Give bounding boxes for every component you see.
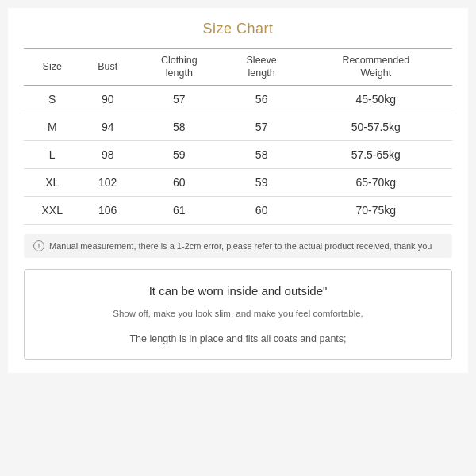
table-row: XXL106616070-75kg [24,196,452,224]
cell-bust: 106 [80,196,134,224]
note-box: ! Manual measurement, there is a 1-2cm e… [24,234,452,258]
table-header-row: Size Bust Clothinglength Sleevelength Re… [24,49,452,86]
cell-weight: 70-75kg [300,196,452,224]
cell-bust: 94 [80,113,134,140]
cell-bust: 102 [80,168,134,196]
cell-size: S [24,85,80,113]
table-row: M94585750-57.5kg [24,113,452,140]
cell-clothing_length: 57 [135,85,224,113]
cell-sleeve_length: 57 [224,113,300,140]
page-wrapper: Size Chart Size Bust Clothinglength Slee… [8,8,468,373]
info-subtext: Show off, make you look slim, and make y… [48,307,428,321]
cell-clothing_length: 59 [135,140,224,168]
cell-size: XXL [24,196,80,224]
cell-sleeve_length: 56 [224,85,300,113]
info-detail: The length is in place and fits all coat… [48,332,428,347]
cell-weight: 50-57.5kg [300,113,452,140]
cell-clothing_length: 60 [135,168,224,196]
cell-clothing_length: 61 [135,196,224,224]
cell-weight: 65-70kg [300,168,452,196]
cell-size: L [24,140,80,168]
cell-size: M [24,113,80,140]
table-row: XL102605965-70kg [24,168,452,196]
cell-bust: 90 [80,85,134,113]
col-header-bust: Bust [80,49,134,86]
table-row: S90575645-50kg [24,85,452,113]
col-header-recommended-weight: RecommendedWeight [300,49,452,86]
cell-weight: 57.5-65kg [300,140,452,168]
cell-clothing_length: 58 [135,113,224,140]
col-header-size: Size [24,49,80,86]
cell-bust: 98 [80,140,134,168]
col-header-sleeve-length: Sleevelength [224,49,300,86]
col-header-clothing-length: Clothinglength [135,49,224,86]
size-chart-table: Size Bust Clothinglength Sleevelength Re… [24,48,452,225]
info-headline: It can be worn inside and outside" [48,284,428,298]
info-box: It can be worn inside and outside" Show … [24,269,452,360]
note-text: Manual measurement, there is a 1-2cm err… [49,241,432,251]
cell-sleeve_length: 58 [224,140,300,168]
cell-weight: 45-50kg [300,85,452,113]
table-row: L98595857.5-65kg [24,140,452,168]
cell-size: XL [24,168,80,196]
page-title: Size Chart [24,21,452,37]
info-icon: ! [33,240,44,251]
cell-sleeve_length: 60 [224,196,300,224]
cell-sleeve_length: 59 [224,168,300,196]
